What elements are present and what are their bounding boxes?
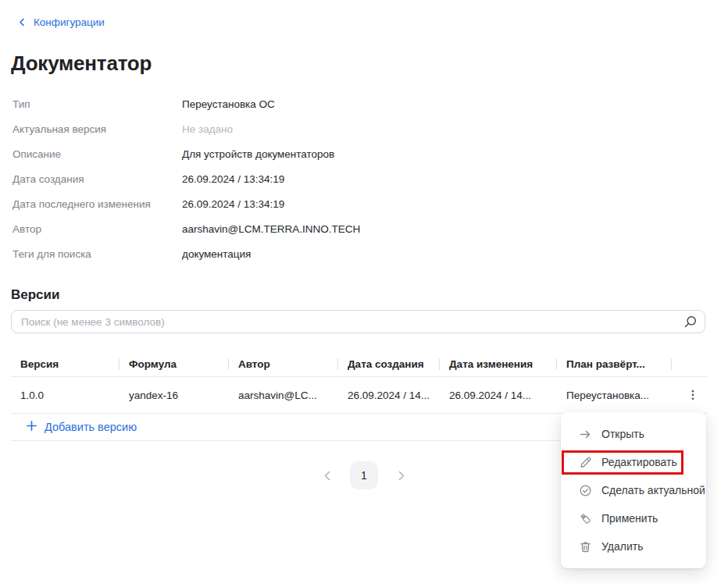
menu-item-open[interactable]: Открыть (561, 420, 706, 448)
documentator-page: { "colors": { "link_blue": "#2a6fe1", "h… (0, 0, 728, 587)
row-actions-kebab-icon[interactable] (682, 384, 704, 406)
add-version-label: Добавить версию (45, 421, 137, 433)
column-header-plan[interactable]: План развёрт... (557, 358, 672, 370)
search-icon[interactable] (683, 315, 697, 329)
cell-actions (672, 384, 707, 406)
flash-drive-icon (578, 512, 592, 525)
detail-label: Тип (12, 98, 182, 110)
versions-table: Версия Формула Автор Дата создания Дата … (11, 351, 707, 414)
column-header-modified[interactable]: Дата изменения (440, 358, 557, 370)
cell-author: aarshavin@LC... (229, 390, 338, 401)
menu-item-label: Сделать актуальной (601, 484, 705, 496)
cell-formula: yandex-16 (120, 390, 229, 401)
cell-created: 26.09.2024 / 14... (338, 390, 440, 401)
detail-value: aarshavin@LCM.TERRA.INNO.TECH (182, 223, 360, 235)
pagination-page-1[interactable]: 1 (350, 461, 378, 489)
column-header-formula[interactable]: Формула (120, 358, 229, 370)
trash-icon (578, 540, 592, 553)
arrow-right-icon (578, 428, 592, 441)
pencil-icon (578, 456, 592, 469)
details-panel: Тип Переустановка ОС Актуальная версия Н… (12, 91, 559, 266)
menu-item-label: Редактировать (601, 456, 677, 468)
detail-row-tags: Теги для поиска документация (12, 241, 559, 266)
detail-value: Переустановка ОС (182, 98, 275, 110)
detail-value: 26.09.2024 / 13:34:19 (182, 173, 284, 185)
menu-item-make-actual[interactable]: Сделать актуальной (561, 476, 706, 504)
search-input[interactable] (21, 316, 683, 328)
menu-item-apply[interactable]: Применить (561, 504, 706, 532)
versions-search (11, 310, 705, 333)
add-version-button[interactable]: Добавить версию (26, 420, 137, 434)
cell-modified: 26.09.2024 / 14... (440, 390, 557, 401)
cell-version: 1.0.0 (11, 390, 120, 401)
detail-label: Актуальная версия (12, 123, 182, 135)
page-title: Документатор (11, 52, 152, 76)
detail-label: Автор (12, 223, 182, 235)
detail-label: Описание (12, 148, 182, 160)
detail-label: Дата создания (12, 173, 182, 185)
pagination-prev-icon[interactable] (316, 464, 338, 486)
table-header-row: Версия Формула Автор Дата создания Дата … (11, 351, 707, 377)
detail-value: Не задано (182, 123, 233, 135)
detail-row-description: Описание Для устройств документаторов (12, 141, 559, 166)
chevron-left-icon (17, 17, 27, 27)
row-context-menu: Открыть Редактировать Сделать актуальной… (561, 412, 706, 568)
detail-row-created: Дата создания 26.09.2024 / 13:34:19 (12, 166, 559, 191)
versions-section-title: Версии (11, 287, 59, 303)
column-header-created[interactable]: Дата создания (338, 358, 440, 370)
table-row[interactable]: 1.0.0 yandex-16 aarshavin@LC... 26.09.20… (11, 377, 707, 414)
menu-item-edit[interactable]: Редактировать (561, 448, 706, 476)
detail-row-modified: Дата последнего изменения 26.09.2024 / 1… (12, 191, 559, 216)
pagination-next-icon[interactable] (390, 464, 412, 486)
detail-row-actual-version: Актуальная версия Не задано (12, 116, 559, 141)
detail-row-author: Автор aarshavin@LCM.TERRA.INNO.TECH (12, 216, 559, 241)
column-header-author[interactable]: Автор (229, 358, 338, 370)
detail-row-type: Тип Переустановка ОС (12, 91, 559, 116)
cell-plan: Переустановка... (557, 390, 672, 401)
detail-value: Для устройств документаторов (182, 148, 334, 160)
detail-value: 26.09.2024 / 13:34:19 (182, 198, 284, 210)
detail-label: Теги для поиска (12, 248, 182, 260)
detail-value: документация (182, 248, 251, 260)
breadcrumb-label: Конфигурации (34, 16, 105, 28)
plus-icon (26, 420, 37, 434)
menu-item-label: Открыть (601, 428, 644, 440)
breadcrumb-back-link[interactable]: Конфигурации (17, 16, 105, 28)
check-circle-icon (578, 484, 592, 497)
menu-item-delete[interactable]: Удалить (561, 532, 706, 560)
menu-item-label: Применить (601, 512, 658, 525)
menu-item-label: Удалить (601, 540, 643, 553)
detail-label: Дата последнего изменения (12, 198, 182, 210)
column-header-version[interactable]: Версия (11, 358, 120, 370)
